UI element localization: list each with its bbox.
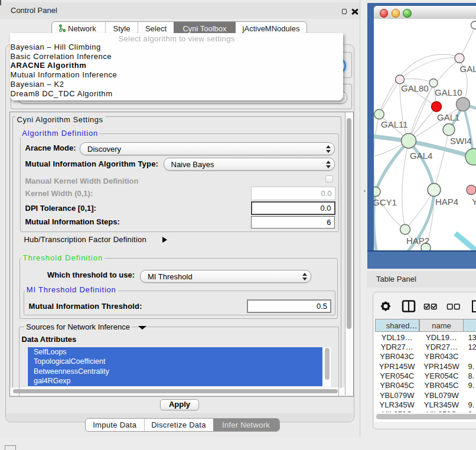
svg-text:HAP2: HAP2 (406, 235, 429, 245)
svg-text:HAP4: HAP4 (435, 196, 458, 206)
svg-text:GAL1: GAL1 (437, 112, 459, 122)
svg-text:Y: Y (472, 196, 476, 206)
svg-text:GAL7: GAL7 (460, 63, 476, 73)
svg-text:SWI4: SWI4 (450, 136, 472, 146)
svg-text:GAL11: GAL11 (381, 119, 408, 129)
svg-text:GCY1: GCY1 (374, 197, 397, 207)
svg-text:GAL80: GAL80 (401, 83, 429, 93)
svg-text:GAL4: GAL4 (410, 150, 432, 160)
svg-text:GAL10: GAL10 (435, 87, 462, 97)
